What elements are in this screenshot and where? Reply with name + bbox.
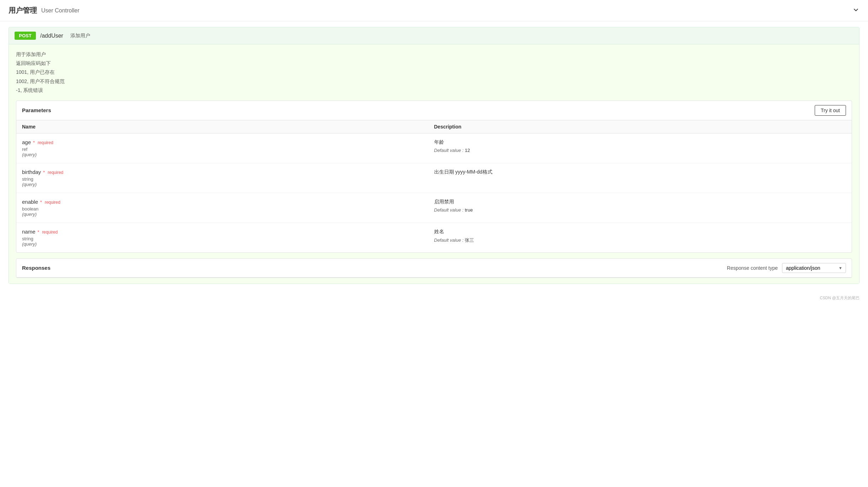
param-name-col-enable: enable * required boolean (query): [22, 199, 434, 217]
param-required-star-age: *: [33, 140, 35, 145]
responses-title: Responses: [22, 265, 50, 271]
param-name-enable: enable * required: [22, 199, 434, 205]
endpoint-header[interactable]: POST /addUser 添加用户: [9, 27, 859, 44]
desc-line-2: 返回响应码如下: [16, 59, 852, 68]
parameters-header: Parameters Try it out: [16, 101, 852, 120]
desc-line-5: -1, 系统错误: [16, 86, 852, 95]
param-name-birthday: birthday * required: [22, 169, 434, 175]
param-required-star-enable: *: [40, 199, 42, 205]
param-location-birthday: (query): [22, 182, 434, 187]
endpoint-body: 用于添加用户 返回响应码如下 1001, 用户已存在 1002, 用户不符合规范…: [9, 44, 859, 284]
param-name-name: name * required: [22, 229, 434, 235]
page-title-cn: 用户管理: [9, 6, 37, 15]
collapse-button[interactable]: [852, 6, 859, 15]
param-name-col-name: name * required string (query): [22, 229, 434, 247]
param-name-col-birthday: birthday * required string (query): [22, 169, 434, 187]
param-default-age: Default value : 12: [434, 148, 846, 153]
param-description-enable: 启用禁用: [434, 199, 846, 205]
column-name-header: Name: [22, 124, 434, 130]
params-list: age * required ref (query) 年龄 Default va…: [16, 133, 852, 252]
try-it-out-button[interactable]: Try it out: [815, 105, 846, 116]
param-default-enable: Default value : true: [434, 207, 846, 213]
description-block: 用于添加用户 返回响应码如下 1001, 用户已存在 1002, 用户不符合规范…: [16, 50, 852, 95]
param-name-col-age: age * required ref (query): [22, 139, 434, 157]
response-content-type-label: Response content type: [727, 265, 778, 271]
page-title-en: User Controller: [41, 7, 80, 14]
chevron-down-icon: [852, 6, 859, 13]
param-default-name: Default value : 张三: [434, 237, 846, 244]
method-badge: POST: [15, 32, 36, 40]
param-location-enable: (query): [22, 212, 434, 217]
param-row-age: age * required ref (query) 年龄 Default va…: [16, 133, 852, 163]
param-default-value-age: 12: [465, 148, 470, 153]
param-description-birthday: 出生日期 yyyy-MM-dd格式: [434, 169, 846, 175]
param-row-birthday: birthday * required string (query) 出生日期 …: [16, 163, 852, 193]
param-required-star-name: *: [37, 229, 39, 235]
response-content-type-section: Response content type application/json a…: [727, 263, 846, 273]
content-type-select[interactable]: application/json application/xml text/pl…: [782, 263, 846, 273]
param-name-age: age * required: [22, 139, 434, 145]
parameters-title: Parameters: [22, 107, 51, 113]
param-desc-col-birthday: 出生日期 yyyy-MM-dd格式: [434, 169, 846, 175]
param-type-enable: boolean: [22, 206, 434, 212]
param-default-value-enable: true: [465, 207, 473, 213]
main-container: POST /addUser 添加用户 用于添加用户 返回响应码如下 1001, …: [0, 27, 868, 292]
desc-line-3: 1001, 用户已存在: [16, 68, 852, 77]
param-desc-col-enable: 启用禁用 Default value : true: [434, 199, 846, 213]
param-location-name: (query): [22, 241, 434, 247]
params-table-header: Name Description: [16, 120, 852, 133]
desc-line-1: 用于添加用户: [16, 50, 852, 59]
param-type-name: string: [22, 236, 434, 241]
parameters-section: Parameters Try it out Name Description a…: [16, 100, 852, 253]
param-required-star-birthday: *: [43, 170, 45, 175]
responses-section: Responses Response content type applicat…: [16, 258, 852, 278]
endpoint-card: POST /addUser 添加用户 用于添加用户 返回响应码如下 1001, …: [9, 27, 859, 284]
param-required-label-name: required: [42, 230, 58, 235]
content-type-select-wrapper[interactable]: application/json application/xml text/pl…: [782, 263, 846, 273]
responses-header: Responses Response content type applicat…: [16, 259, 852, 278]
param-required-label-age: required: [38, 140, 53, 145]
desc-line-4: 1002, 用户不符合规范: [16, 77, 852, 86]
endpoint-description: 添加用户: [70, 33, 90, 39]
param-type-age: ref: [22, 147, 434, 152]
param-desc-col-name: 姓名 Default value : 张三: [434, 229, 846, 244]
param-required-label-birthday: required: [48, 170, 63, 175]
param-row-enable: enable * required boolean (query) 启用禁用 D…: [16, 193, 852, 223]
param-location-age: (query): [22, 152, 434, 157]
param-default-value-name: 张三: [465, 237, 474, 243]
endpoint-path: /addUser: [40, 33, 63, 39]
param-required-label-enable: required: [45, 200, 60, 205]
page-header-left: 用户管理 User Controller: [9, 6, 80, 15]
param-type-birthday: string: [22, 176, 434, 182]
column-description-header: Description: [434, 124, 846, 130]
param-description-age: 年龄: [434, 139, 846, 146]
param-row-name: name * required string (query) 姓名 Defaul…: [16, 223, 852, 252]
page-header: 用户管理 User Controller: [0, 0, 868, 21]
param-desc-col-age: 年龄 Default value : 12: [434, 139, 846, 153]
param-description-name: 姓名: [434, 229, 846, 235]
watermark: CSDN @五月天的尾巴: [0, 292, 868, 303]
